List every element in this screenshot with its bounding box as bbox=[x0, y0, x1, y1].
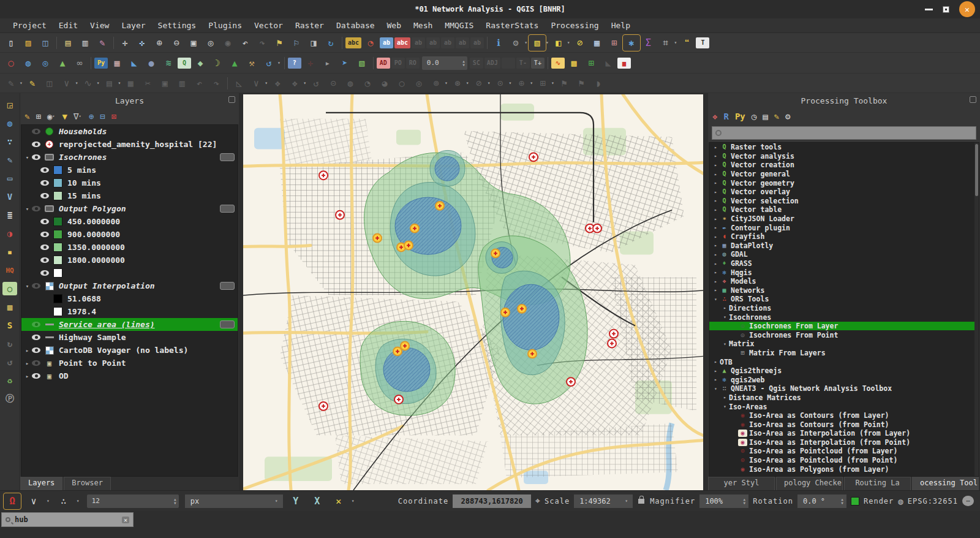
layer-indicator-badge[interactable] bbox=[220, 320, 235, 328]
layer-row[interactable]: Households bbox=[21, 125, 238, 138]
tree-expander-icon[interactable]: ▸ bbox=[23, 373, 32, 379]
crs-globe-icon[interactable]: ◍ bbox=[898, 496, 903, 506]
layer-labeling-button[interactable]: abc bbox=[345, 37, 361, 48]
algorithm-row[interactable]: ▸✻Hqgis bbox=[709, 268, 979, 277]
layer-indicator-badge[interactable] bbox=[220, 153, 235, 161]
algorithm-row[interactable]: ▸▦DataPlotly bbox=[709, 241, 979, 251]
mmqgis-tool-icon[interactable]: ▪ bbox=[2, 245, 17, 259]
zoom-out-icon[interactable]: ⊖ bbox=[168, 36, 184, 50]
algorithm-row[interactable]: ▾Iso-Areas bbox=[709, 402, 979, 411]
layer-visibility-eye-icon[interactable] bbox=[40, 270, 49, 276]
tree-expander-icon[interactable]: ▸ bbox=[712, 162, 720, 168]
algorithm-row[interactable]: ▸✻qgis2web bbox=[709, 375, 979, 384]
ors-tools-button[interactable]: ∿ bbox=[551, 58, 565, 69]
tree-expander-icon[interactable]: ▾ bbox=[721, 341, 729, 347]
tab-ocessing-tool[interactable]: ocessing Tool bbox=[912, 477, 979, 490]
rotate-cw-icon[interactable]: ↻ bbox=[2, 337, 17, 350]
zoom-full-icon[interactable]: ▣ bbox=[186, 36, 202, 50]
build-tool-hammer-icon[interactable]: ⚒ bbox=[244, 56, 260, 70]
zoom-last-icon[interactable]: ↶ bbox=[237, 36, 253, 50]
osm-search-binoculars-icon[interactable]: ∞ bbox=[72, 56, 88, 70]
history-tool-icon[interactable]: ◷ bbox=[752, 112, 756, 121]
chevron-down-icon[interactable]: ▾ bbox=[52, 114, 55, 119]
topological-editing-icon[interactable]: Y bbox=[288, 494, 304, 509]
algorithm-row[interactable]: ▸▲Qgis2threejs bbox=[709, 366, 979, 376]
algorithm-row[interactable]: ▾∷QNEAT3 - Qgis Network Analysis Toolbox bbox=[709, 384, 979, 393]
python-console-button[interactable]: Py bbox=[94, 58, 108, 69]
help-contents-button[interactable]: ? bbox=[288, 58, 301, 69]
tree-expander-icon[interactable]: ▸ bbox=[712, 279, 720, 284]
mouse-position-toggle-icon[interactable]: ⌖ bbox=[535, 496, 540, 506]
panel-dock-icon[interactable] bbox=[228, 96, 235, 103]
maximize-icon[interactable] bbox=[943, 6, 949, 13]
algorithm-row[interactable]: ⊞Matrix From Layers bbox=[709, 349, 979, 358]
clear-search-icon[interactable]: ✕ bbox=[122, 517, 129, 523]
minimize-icon[interactable] bbox=[925, 9, 933, 10]
layer-row[interactable]: 1978.4 bbox=[21, 305, 238, 318]
layer-row[interactable]: Highway Sample bbox=[21, 331, 238, 344]
layer-visibility-eye-icon[interactable] bbox=[40, 193, 49, 199]
measure-line-icon[interactable]: ⌗ bbox=[658, 36, 674, 50]
new-map-view-icon[interactable]: ◨ bbox=[306, 36, 322, 50]
layer-visibility-eye-icon[interactable] bbox=[32, 154, 40, 160]
spin-arrows-icon[interactable]: ▲▼ bbox=[841, 498, 843, 505]
tree-expander-icon[interactable]: ▸ bbox=[712, 359, 720, 365]
algorithm-row[interactable]: ▸QVector table bbox=[709, 205, 979, 214]
python-scripts-tool-icon[interactable]: Py bbox=[735, 112, 745, 121]
tree-expander-icon[interactable]: ▸ bbox=[712, 368, 720, 374]
run-feature-action-icon[interactable]: ⚙ bbox=[508, 36, 524, 50]
layer-visibility-eye-icon[interactable] bbox=[40, 232, 49, 237]
pan-to-selection-icon[interactable]: ✜ bbox=[134, 36, 150, 50]
chevron-down-icon[interactable]: ▾ bbox=[303, 80, 306, 86]
layer-row[interactable]: Service area (lines) bbox=[21, 318, 238, 331]
deselect-features-icon[interactable]: ⊘ bbox=[572, 36, 588, 50]
algorithm-row[interactable]: ◎Isochrones From Layer bbox=[709, 322, 979, 331]
refresh-map-icon[interactable]: ↻ bbox=[323, 36, 339, 50]
tab-yer-styl[interactable]: yer Styl bbox=[708, 477, 775, 490]
chevron-down-icon[interactable]: ▾ bbox=[20, 80, 23, 86]
chevron-down-icon[interactable]: ▾ bbox=[352, 498, 355, 504]
ad-button-button[interactable]: AD bbox=[377, 58, 390, 69]
t-plus-button-button[interactable]: T+ bbox=[531, 58, 545, 69]
tree-expander-icon[interactable]: ▾ bbox=[712, 386, 720, 392]
layer-visibility-eye-icon[interactable] bbox=[32, 322, 40, 327]
algorithm-row[interactable]: ▾∴ORS Tools bbox=[709, 295, 979, 304]
save-project-icon[interactable]: ◫ bbox=[37, 36, 53, 50]
coordinate-input[interactable] bbox=[453, 494, 531, 508]
algorithm-row[interactable]: ▸OTB bbox=[709, 357, 979, 366]
epsg-label[interactable]: EPSG:32651 bbox=[908, 497, 958, 506]
algorithm-row[interactable]: ▸QVector creation bbox=[709, 161, 979, 170]
snapping-magnet-icon[interactable]: Ω bbox=[4, 494, 20, 509]
menu-processing[interactable]: Processing bbox=[545, 20, 604, 31]
panel-dock-icon[interactable] bbox=[970, 96, 976, 103]
scrollbar[interactable] bbox=[974, 143, 979, 476]
menu-web[interactable]: Web bbox=[382, 20, 407, 31]
layer-visibility-eye-icon[interactable] bbox=[32, 283, 40, 289]
algorithm-row[interactable]: ▸QVector general bbox=[709, 170, 979, 179]
layer-visibility-eye-icon[interactable] bbox=[32, 335, 40, 340]
chevron-down-icon[interactable]: ▾ bbox=[508, 80, 511, 86]
menu-project[interactable]: Project bbox=[7, 20, 52, 31]
chevron-down-icon[interactable]: ▾ bbox=[674, 40, 677, 45]
layer-visibility-eye-icon[interactable] bbox=[32, 206, 40, 211]
tree-expander-icon[interactable]: ▸ bbox=[712, 207, 720, 213]
processing-toolbox-toggle-icon[interactable]: ✱ bbox=[624, 36, 639, 50]
dataplotly-panel-icon[interactable]: ◣ bbox=[126, 56, 142, 70]
open-project-icon[interactable]: ▨ bbox=[20, 36, 36, 50]
rotate-ccw-icon[interactable]: ↺ bbox=[2, 355, 17, 369]
text-annotation-button[interactable]: T bbox=[696, 37, 709, 48]
labeling-red-button[interactable]: abc bbox=[394, 37, 410, 48]
layer-row[interactable] bbox=[21, 267, 238, 279]
terrain-tool-icon[interactable]: ▲ bbox=[227, 56, 243, 70]
add-virtual-layer-icon[interactable]: V bbox=[2, 190, 17, 203]
pan-map-icon[interactable]: ✛ bbox=[117, 36, 133, 50]
tree-expander-icon[interactable]: ▸ bbox=[712, 287, 720, 293]
geocoder-globe-icon[interactable]: ◎ bbox=[37, 56, 53, 70]
sld4raster-icon[interactable]: ▩ bbox=[566, 56, 582, 70]
menu-edit[interactable]: Edit bbox=[53, 20, 83, 31]
new-project-icon[interactable]: ▯ bbox=[3, 36, 19, 50]
render-checkbox[interactable] bbox=[851, 497, 859, 506]
tree-expander-icon[interactable]: ▸ bbox=[712, 153, 720, 159]
models-tool-icon[interactable]: ❖ bbox=[712, 112, 717, 121]
tab-pology-checker-pa[interactable]: pology Checker Pa bbox=[776, 477, 843, 490]
